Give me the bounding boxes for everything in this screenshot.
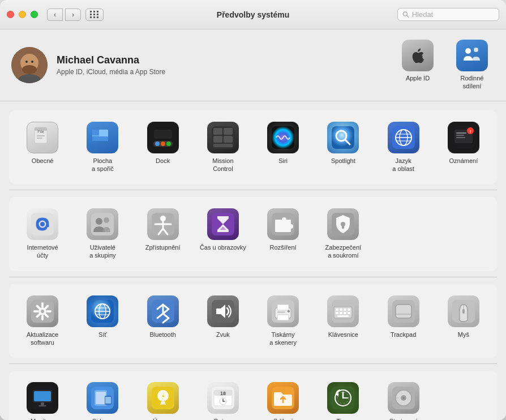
pref-extensions[interactable]: Rozšíření [254, 204, 312, 264]
svg-rect-106 [396, 305, 411, 318]
pref-printers[interactable]: Tiskárnya skenery [254, 291, 312, 352]
internet-label: Internetovéúčty [27, 243, 58, 260]
grid-view-button[interactable] [85, 8, 104, 21]
traffic-lights [7, 11, 38, 18]
pref-software[interactable]: Aktualizacesoftwaru [14, 291, 71, 352]
pref-sharing[interactable]: Sdílení [254, 378, 312, 420]
pref-network[interactable]: Síť [74, 291, 131, 352]
pref-mission[interactable]: MissionControl [194, 117, 252, 178]
pref-security[interactable]: Zabezpečenía soukromí [314, 204, 372, 264]
search-box[interactable] [397, 8, 499, 21]
pref-sidecar[interactable]: Sidecar [74, 378, 131, 420]
svg-rect-29 [224, 136, 233, 143]
sound-label: Zvuk [216, 331, 230, 338]
startup-icon [388, 382, 419, 414]
users-icon [87, 208, 118, 240]
svg-rect-26 [213, 128, 222, 135]
profile-name: Michael Cavanna [57, 54, 395, 66]
security-label: Zabezpečenía soukromí [325, 243, 362, 260]
pref-general[interactable]: File Obecné [14, 117, 71, 178]
svg-rect-27 [224, 128, 233, 135]
timemachine-label: TimeMachine [332, 417, 355, 420]
pref-screentime[interactable]: Čas u obrazovky [194, 204, 252, 264]
pref-notifications[interactable]: ! Oznámení [435, 117, 492, 178]
startup-label: Startovacídisk [389, 417, 418, 420]
pref-spotlight[interactable]: Spotlight [314, 117, 372, 178]
mouse-label: Myš [458, 331, 469, 338]
desktop-icon [87, 122, 118, 153]
close-button[interactable] [7, 11, 14, 18]
svg-rect-96 [336, 308, 338, 311]
bluetooth-icon [147, 295, 179, 327]
svg-rect-103 [348, 312, 350, 314]
svg-rect-93 [277, 311, 285, 313]
pref-siri[interactable]: Siri [254, 117, 312, 178]
datetime-icon: 18 [207, 382, 239, 414]
svg-rect-18 [92, 136, 108, 141]
svg-rect-114 [41, 402, 44, 405]
pref-trackpad[interactable]: Trackpad [375, 291, 432, 352]
forward-button[interactable]: › [65, 8, 81, 21]
svg-line-77 [37, 315, 40, 317]
pref-timemachine[interactable]: TimeMachine [314, 378, 372, 420]
sharing-icon [267, 382, 299, 414]
pref-keyboard[interactable]: Klávesnice [314, 291, 372, 352]
timemachine-icon [327, 382, 359, 414]
profile-actions: Apple ID Rodinnésdílení [395, 40, 495, 91]
pref-mouse[interactable]: Myš [435, 291, 492, 352]
titlebar: ‹ › Předvolby systému [0, 0, 506, 29]
minimize-button[interactable] [19, 11, 26, 18]
svg-point-23 [166, 142, 171, 146]
pref-desktop[interactable]: Plochaa spořič [74, 117, 131, 178]
pref-startup[interactable]: Startovacídisk [375, 378, 432, 420]
spotlight-icon [327, 122, 359, 153]
spotlight-label: Spotlight [331, 157, 355, 165]
pref-datetime[interactable]: 18 Datuma čas [194, 378, 252, 420]
svg-point-92 [288, 310, 290, 312]
mouse-icon [448, 295, 479, 327]
back-button[interactable]: ‹ [47, 8, 63, 21]
sharing-label: Sdílení [273, 417, 293, 420]
pref-dock[interactable]: Dock [134, 117, 192, 178]
pref-users[interactable]: Uživateléa skupiny [74, 204, 131, 264]
section-2: Internetovéúčty Uživateléa skupiny [9, 197, 497, 271]
pref-sound[interactable]: Zvuk [194, 291, 252, 352]
dock-label: Dock [156, 157, 170, 165]
apple-id-button[interactable]: Apple ID [395, 40, 440, 91]
apple-id-label: Apple ID [406, 74, 430, 82]
svg-rect-91 [277, 315, 289, 320]
pref-bluetooth[interactable]: Bluetooth [134, 291, 192, 352]
search-input[interactable] [412, 10, 494, 19]
datetime-label: Datuma čas [214, 417, 232, 420]
profile-info: Michael Cavanna Apple ID, iCloud, média … [57, 54, 395, 76]
keyboard-label: Klávesnice [328, 331, 358, 338]
internet-icon [27, 208, 58, 240]
svg-point-8 [465, 48, 471, 54]
svg-rect-32 [332, 126, 354, 149]
svg-rect-101 [340, 312, 342, 314]
screentime-icon [207, 208, 239, 240]
users-label: Uživateléa skupiny [89, 243, 115, 260]
pref-internet[interactable]: Internetovéúčty [14, 204, 71, 264]
svg-rect-120 [105, 397, 111, 404]
maximize-button[interactable] [31, 11, 38, 18]
pref-accessibility[interactable]: Zpřístupnění [134, 204, 192, 264]
avatar [11, 47, 48, 83]
svg-text:File: File [37, 130, 44, 134]
svg-rect-90 [277, 305, 289, 310]
svg-rect-47 [456, 137, 465, 138]
nav-buttons: ‹ › [47, 8, 81, 21]
profile-section: Michael Cavanna Apple ID, iCloud, média … [0, 29, 506, 101]
svg-rect-46 [456, 135, 464, 136]
svg-point-6 [25, 61, 28, 63]
family-sharing-button[interactable]: Rodinnésdílení [449, 40, 495, 91]
svg-rect-97 [340, 308, 342, 311]
svg-point-7 [31, 61, 33, 63]
profile-subtitle: Apple ID, iCloud, média a App Store [57, 68, 395, 76]
pref-displays[interactable]: Monitory [14, 378, 71, 420]
svg-rect-100 [336, 312, 338, 314]
desktop-label: Plochaa spořič [92, 157, 114, 173]
svg-point-53 [104, 217, 109, 223]
pref-language[interactable]: Jazyka oblast [375, 117, 432, 178]
pref-energy[interactable]: Úsporaenergie [134, 378, 192, 420]
